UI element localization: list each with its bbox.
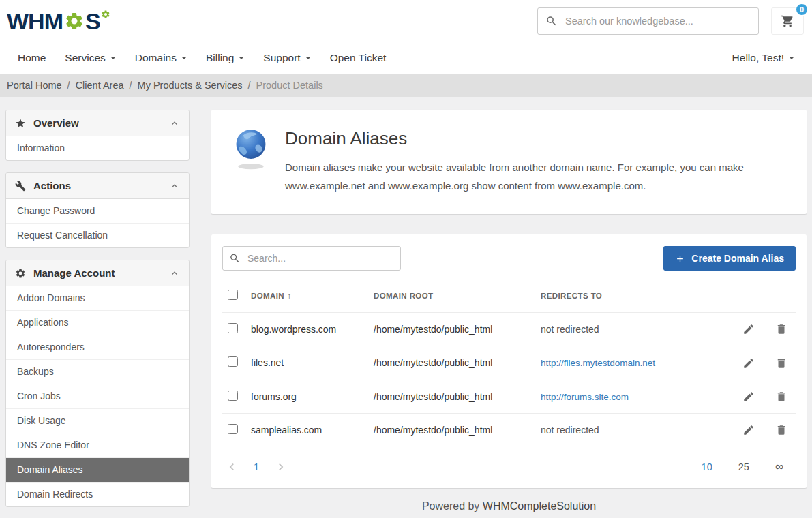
cell-redirect-status: not redirected <box>541 324 599 335</box>
page-size-options: 10 25 ∞ <box>702 460 793 474</box>
page-size-10[interactable]: 10 <box>702 461 712 472</box>
nav-billing[interactable]: Billing <box>196 42 254 74</box>
logo-text-whm: WHM <box>7 10 63 33</box>
knowledgebase-search-input[interactable] <box>537 7 759 35</box>
chevron-up-icon <box>169 181 180 192</box>
redirect-link[interactable]: http://forums.site.com <box>541 392 629 402</box>
sidebar-item-disk-usage[interactable]: Disk Usage <box>6 409 189 433</box>
edit-button[interactable] <box>742 357 755 369</box>
gear-icon <box>64 11 85 31</box>
sidebar-item-domain-redirects[interactable]: Domain Redirects <box>6 483 189 506</box>
aliases-table: Domain↑ Domain Root Redirects To blog.wo… <box>222 279 796 446</box>
row-checkbox[interactable] <box>228 391 238 401</box>
sidebar-item-domain-aliases[interactable]: Domain Aliases <box>6 458 189 483</box>
intro-text: Domain Aliases Domain aliases make your … <box>285 127 786 195</box>
sort-asc-icon: ↑ <box>287 290 292 301</box>
select-all-checkbox[interactable] <box>228 290 238 300</box>
knowledgebase-search <box>537 7 759 35</box>
nav-domains[interactable]: Domains <box>125 42 196 74</box>
top-header: WHM S 0 <box>0 0 812 42</box>
breadcrumb-products-services[interactable]: My Products & Services <box>138 80 243 91</box>
page-number-1[interactable]: 1 <box>254 461 259 472</box>
plus-icon <box>675 254 685 264</box>
table-search <box>222 246 401 271</box>
footer-brand-link[interactable]: WHMCompleteSolution <box>483 500 596 512</box>
user-greeting: Hello, Test! <box>732 52 784 64</box>
sidebar-item-information[interactable]: Information <box>6 136 189 160</box>
table-row: blog.wordpress.com /home/mytestdo/public… <box>222 313 796 346</box>
sidebar-item-cron-jobs[interactable]: Cron Jobs <box>6 384 189 409</box>
nav-support[interactable]: Support <box>254 42 320 74</box>
aliases-card: Create Domain Alias Domain↑ Domain Root … <box>211 234 807 488</box>
caret-down-icon <box>239 57 244 59</box>
breadcrumb-separator: / <box>67 80 70 91</box>
breadcrumb-portal-home[interactable]: Portal Home <box>7 80 62 91</box>
caret-down-icon <box>110 57 116 59</box>
delete-button[interactable] <box>775 424 787 436</box>
cart-count-badge: 0 <box>795 3 809 16</box>
nav-support-label: Support <box>263 52 300 64</box>
search-icon <box>229 253 241 264</box>
panel-overview: Overview Information <box>5 110 190 161</box>
sidebar-item-dns-zone-editor[interactable]: DNS Zone Editor <box>6 433 189 458</box>
nav-home[interactable]: Home <box>8 42 55 74</box>
whmcs-logo[interactable]: WHM S <box>7 10 110 33</box>
page-size-25[interactable]: 25 <box>738 461 749 472</box>
chevron-up-icon <box>169 268 180 279</box>
breadcrumb-client-area[interactable]: Client Area <box>76 80 124 91</box>
sidebar-item-applications[interactable]: Applications <box>6 311 189 335</box>
page-size-unlimited[interactable]: ∞ <box>775 460 783 474</box>
cell-redirect-status: not redirected <box>541 425 599 436</box>
wrench-icon <box>15 181 26 192</box>
sidebar-item-backups[interactable]: Backups <box>6 360 189 384</box>
delete-button[interactable] <box>775 357 787 369</box>
table-search-input[interactable] <box>222 246 401 271</box>
chevron-up-icon <box>169 118 180 129</box>
panel-manage-account-header[interactable]: Manage Account <box>6 260 189 286</box>
next-page-button[interactable] <box>274 460 288 474</box>
sidebar-item-addon-domains[interactable]: Addon Domains <box>6 286 189 311</box>
gear-small-icon <box>101 10 110 19</box>
cell-domain-root: /home/mytestdo/public_html <box>368 380 535 413</box>
panel-actions-title: Actions <box>33 180 71 192</box>
row-checkbox[interactable] <box>228 424 238 434</box>
delete-button[interactable] <box>775 323 787 335</box>
star-icon <box>15 118 26 129</box>
sidebar-item-autoresponders[interactable]: Autoresponders <box>6 335 189 360</box>
edit-button[interactable] <box>742 391 755 403</box>
column-header-redirects-to[interactable]: Redirects To <box>535 279 714 313</box>
cart-icon <box>781 14 794 28</box>
breadcrumb-separator: / <box>248 80 251 91</box>
previous-page-button[interactable] <box>225 460 239 474</box>
row-checkbox[interactable] <box>228 323 238 333</box>
column-header-redirects-label: Redirects To <box>541 292 602 300</box>
column-header-domain-root[interactable]: Domain Root <box>368 279 535 313</box>
page: WHM S 0 Home Services Domains Billing <box>0 0 812 518</box>
cell-domain-root: /home/mytestdo/public_html <box>368 346 535 380</box>
nav-billing-label: Billing <box>206 52 234 64</box>
sidebar-item-request-cancellation[interactable]: Request Cancellation <box>6 224 189 247</box>
row-checkbox[interactable] <box>228 356 238 367</box>
cell-domain: samplealias.com <box>245 413 368 446</box>
page-title: Domain Aliases <box>285 128 786 149</box>
nav-open-ticket[interactable]: Open Ticket <box>320 42 396 74</box>
breadcrumb: Portal Home / Client Area / My Products … <box>0 74 812 97</box>
panel-overview-header[interactable]: Overview <box>6 110 189 136</box>
toolbar: Create Domain Alias <box>222 246 796 271</box>
cell-domain: blog.wordpress.com <box>245 313 368 346</box>
delete-button[interactable] <box>775 391 787 403</box>
panel-overview-title: Overview <box>33 117 79 129</box>
edit-button[interactable] <box>742 424 755 436</box>
nav-services[interactable]: Services <box>55 42 125 74</box>
sidebar: Overview Information Actions <box>5 110 190 518</box>
main-nav: Home Services Domains Billing Support Op… <box>0 42 812 74</box>
cart-button[interactable]: 0 <box>771 7 804 35</box>
cell-domain: files.net <box>245 346 368 380</box>
column-header-domain[interactable]: Domain↑ <box>245 279 368 313</box>
user-menu[interactable]: Hello, Test! <box>723 42 804 74</box>
edit-button[interactable] <box>742 323 755 335</box>
create-domain-alias-button[interactable]: Create Domain Alias <box>663 246 796 271</box>
redirect-link[interactable]: http://files.mytestdomain.net <box>541 358 655 368</box>
sidebar-item-change-password[interactable]: Change Password <box>6 199 189 224</box>
panel-actions-header[interactable]: Actions <box>6 173 189 199</box>
